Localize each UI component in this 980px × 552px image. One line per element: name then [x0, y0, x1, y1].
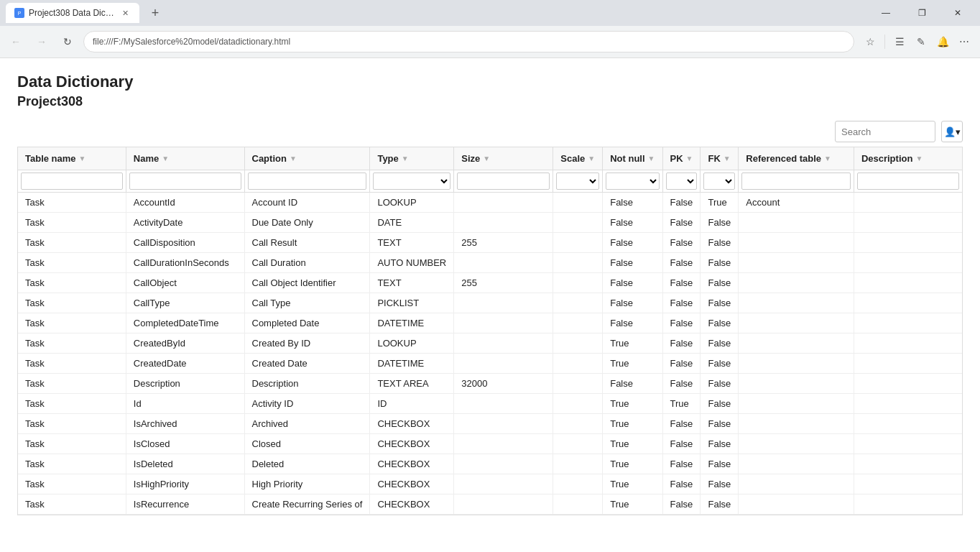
- cell-not-null: False: [603, 213, 662, 233]
- cell-type: DATETIME: [370, 313, 454, 334]
- cell-table-name: Task: [18, 494, 126, 515]
- cell-table-name: Task: [18, 233, 126, 253]
- close-button[interactable]: ✕: [941, 3, 974, 23]
- tab-close-button[interactable]: ✕: [119, 7, 131, 19]
- filter-cell-name: [126, 170, 244, 193]
- table-row: TaskIsRecurrenceCreate Recurring Series …: [18, 494, 962, 515]
- cell-caption: Call Object Identifier: [244, 273, 370, 293]
- cell-pk: False: [662, 454, 701, 474]
- back-button[interactable]: ←: [6, 32, 26, 52]
- cell-name: IsClosed: [126, 434, 244, 454]
- filter-input-caption[interactable]: [248, 172, 367, 190]
- cell-fk: False: [701, 394, 739, 414]
- edit-icon[interactable]: ✎: [911, 32, 931, 52]
- col-header-fk[interactable]: FK ▼: [701, 147, 739, 170]
- cell-pk: False: [662, 233, 701, 253]
- cell-pk: False: [662, 414, 701, 434]
- sort-icon-size: ▼: [483, 155, 490, 162]
- cell-name: ActivityDate: [126, 213, 244, 233]
- table-row: TaskCreatedByIdCreated By IDLOOKUPTrueFa…: [18, 334, 962, 354]
- hamburger-menu-icon[interactable]: ☰: [889, 32, 910, 52]
- cell-name: IsDeleted: [126, 454, 244, 474]
- cell-description: [854, 193, 962, 213]
- cell-name: CreatedById: [126, 334, 244, 354]
- cell-pk: False: [662, 494, 701, 515]
- cell-type: DATETIME: [370, 354, 454, 374]
- cell-type: LOOKUP: [370, 334, 454, 354]
- cell-pk: True: [662, 394, 701, 414]
- cell-type: CHECKBOX: [370, 474, 454, 494]
- col-header-not-null[interactable]: Not null ▼: [603, 147, 662, 170]
- cell-name: CallDurationInSeconds: [126, 253, 244, 273]
- filter-cell-fk: [701, 170, 739, 193]
- cell-fk: False: [701, 454, 739, 474]
- cell-type: LOOKUP: [370, 193, 454, 213]
- cell-fk: False: [701, 313, 739, 334]
- filter-cell-type: [370, 170, 454, 193]
- filter-select-scale[interactable]: [556, 172, 599, 190]
- bookmark-star-icon[interactable]: ☆: [860, 32, 880, 52]
- filter-input-name[interactable]: [129, 172, 241, 190]
- cell-caption: Call Type: [244, 293, 370, 313]
- cell-table-name: Task: [18, 334, 126, 354]
- col-header-scale[interactable]: Scale ▼: [553, 147, 603, 170]
- refresh-button[interactable]: ↻: [57, 32, 78, 52]
- cell-fk: False: [701, 273, 739, 293]
- col-header-name[interactable]: Name ▼: [126, 147, 244, 170]
- cell-table-name: Task: [18, 454, 126, 474]
- data-table: Table name ▼ Name ▼ Caption ▼: [18, 147, 962, 515]
- filter-input-description[interactable]: [857, 172, 959, 190]
- new-tab-button[interactable]: +: [145, 3, 165, 23]
- cell-size: [454, 434, 553, 454]
- filter-cell-size: [454, 170, 553, 193]
- cell-pk: False: [662, 313, 701, 334]
- forward-button[interactable]: →: [32, 32, 52, 52]
- cell-size: [454, 313, 553, 334]
- cell-size: [454, 334, 553, 354]
- cell-name: CallDisposition: [126, 233, 244, 253]
- cell-name: Id: [126, 394, 244, 414]
- filter-select-not-null[interactable]: [606, 172, 659, 190]
- cell-description: [854, 313, 962, 334]
- user-filter-button[interactable]: 👤▾: [941, 121, 963, 142]
- filter-select-type[interactable]: [373, 172, 450, 190]
- cell-fk: False: [701, 334, 739, 354]
- filter-input-referenced-table[interactable]: [741, 172, 851, 190]
- address-bar[interactable]: file:///F:/MySalesforce%20model/datadict…: [83, 31, 854, 52]
- cell-not-null: False: [603, 273, 662, 293]
- cell-not-null: True: [603, 414, 662, 434]
- cell-name: IsRecurrence: [126, 494, 244, 515]
- maximize-button[interactable]: ❐: [905, 3, 938, 23]
- col-header-caption[interactable]: Caption ▼: [244, 147, 370, 170]
- filter-select-fk[interactable]: [703, 172, 735, 190]
- cell-size: [454, 293, 553, 313]
- col-header-referenced-table[interactable]: Referenced table ▼: [739, 147, 854, 170]
- cell-not-null: False: [603, 193, 662, 213]
- col-header-pk[interactable]: PK ▼: [662, 147, 701, 170]
- table-row: TaskCreatedDateCreated DateDATETIMETrueF…: [18, 354, 962, 374]
- col-header-type[interactable]: Type ▼: [370, 147, 454, 170]
- sort-icon-not-null: ▼: [648, 155, 655, 162]
- col-header-description[interactable]: Description ▼: [854, 147, 962, 170]
- browser-tab[interactable]: P Project308 Data Diction ✕: [6, 3, 139, 23]
- cell-referenced-table: [739, 414, 854, 434]
- cell-description: [854, 334, 962, 354]
- table-row: TaskDescriptionDescriptionTEXT AREA32000…: [18, 374, 962, 394]
- filter-select-pk[interactable]: [666, 172, 698, 190]
- col-header-table-name[interactable]: Table name ▼: [18, 147, 126, 170]
- cell-caption: Archived: [244, 414, 370, 434]
- sort-icon-caption: ▼: [290, 155, 297, 162]
- cell-not-null: True: [603, 334, 662, 354]
- minimize-button[interactable]: —: [869, 3, 902, 23]
- filter-input-table-name[interactable]: [21, 172, 123, 190]
- cell-fk: True: [701, 193, 739, 213]
- cell-referenced-table: [739, 434, 854, 454]
- sort-icon-fk: ▼: [724, 155, 731, 162]
- col-header-size[interactable]: Size ▼: [454, 147, 553, 170]
- search-input[interactable]: [835, 121, 935, 142]
- notifications-icon[interactable]: 🔔: [933, 32, 953, 52]
- filter-input-size[interactable]: [457, 172, 550, 190]
- cell-referenced-table: [739, 374, 854, 394]
- more-options-icon[interactable]: ⋯: [954, 32, 974, 52]
- sort-icon-pk: ▼: [686, 155, 693, 162]
